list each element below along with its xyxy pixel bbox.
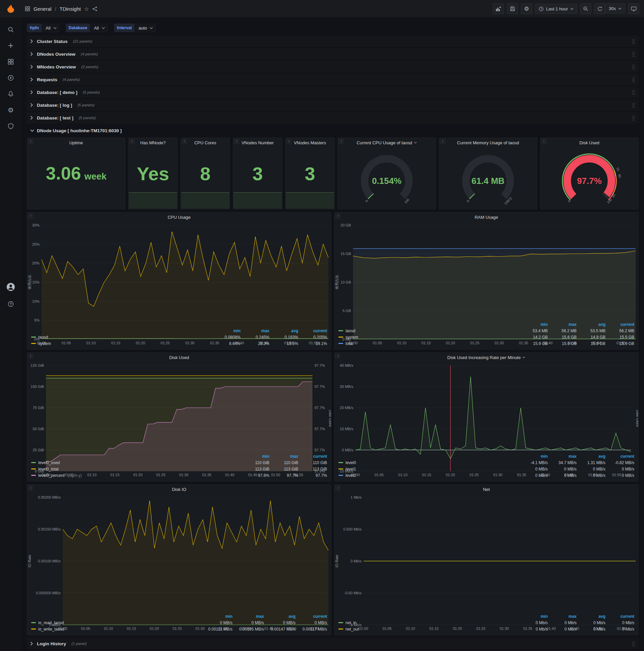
legend-series-toggle[interactable]: system [31, 341, 212, 346]
net-chart[interactable]: -1 Mb/s-0.50 Mb/s0 Mb/s0.500 Mb/s1 Mb/s0… [334, 494, 638, 612]
row-dnode-usage[interactable]: DNode Usage [ huolinhe-TM1701:6030 ] [27, 125, 639, 136]
legend-value: 110 GiB [269, 460, 298, 465]
legend-value: 0.00195 MB/s [232, 627, 264, 631]
create-plus-icon[interactable] [7, 42, 14, 49]
legend-series-toggle[interactable]: total [339, 341, 519, 346]
panel-info-icon[interactable]: i [335, 213, 341, 218]
time-range-picker[interactable]: Last 1 hour [535, 4, 577, 14]
legend-value: 0 Mb/s [548, 627, 577, 631]
legend-series-toggle[interactable]: taosd [339, 329, 519, 333]
legend-series-toggle[interactable]: level0_total [31, 467, 240, 471]
row-requests[interactable]: Requests(4 panels) ⣿ [27, 74, 639, 85]
row-database-log[interactable]: Database: [ log ](5 panels) ⣿ [27, 99, 639, 111]
share-icon[interactable] [92, 6, 97, 11]
star-icon[interactable]: ☆ [84, 6, 89, 12]
svg-text:15 GB: 15 GB [341, 252, 351, 256]
panel-info-icon[interactable]: i [234, 139, 239, 144]
variable-database-value[interactable]: All [91, 24, 108, 33]
legend-value: 97.6% [240, 473, 269, 478]
grafana-logo-icon[interactable] [5, 3, 17, 15]
legend-series-toggle[interactable]: level1 [339, 467, 519, 471]
series-color-swatch [339, 337, 343, 338]
drag-handle-icon[interactable]: ⣿ [632, 51, 635, 57]
row-mnodes-overview[interactable]: MNodes Overview(2 panels) ⣿ [27, 61, 639, 72]
legend-series-row: io_read_taosd0 MB/s0 MB/s0 MB/s0 MB/s [31, 619, 327, 626]
variable-fqdn-value[interactable]: All [42, 24, 59, 33]
stat-sparkline [129, 192, 177, 209]
drag-handle-icon[interactable]: ⣿ [632, 90, 635, 95]
svg-text:5%: 5% [34, 318, 40, 322]
cycle-view-mode-button[interactable] [628, 3, 639, 14]
row-login-history[interactable]: Login History(1 panel) ⣿ [27, 638, 639, 649]
panel-info-icon[interactable]: i [129, 139, 134, 144]
drag-handle-icon[interactable]: ⣿ [632, 39, 635, 44]
panel-info-icon[interactable]: i [28, 139, 33, 144]
add-panel-button[interactable] [493, 3, 504, 14]
legend-series-row: level0_total113 GiB113 GiB113 GiB [31, 466, 327, 472]
row-dnodes-overview[interactable]: DNodes Overview(4 panels) ⣿ [27, 48, 639, 60]
search-icon[interactable] [7, 26, 14, 33]
panel-info-icon[interactable]: i [339, 139, 344, 144]
variable-interval-value[interactable]: auto [135, 24, 156, 33]
disk-used-chart[interactable]: 0 GiB25 GiB50 GiB75 GiB100 GiB125 GiB97.… [27, 362, 331, 452]
panel-title-menu[interactable]: Current CPU Usage of taosd [338, 138, 436, 147]
configuration-gear-icon[interactable]: ⚙ [8, 107, 14, 114]
disk-io-chart[interactable]: 0 MB/s0.000500 MB/s0.00100 MB/s0.00150 M… [27, 494, 331, 612]
legend-value: 15.6 GB [548, 335, 577, 340]
dashboard-settings-button[interactable]: ⚙ [521, 3, 532, 14]
panel-info-icon[interactable]: i [335, 354, 341, 359]
row-database-demo[interactable]: Database: [ demo ](5 panels) ⣿ [27, 87, 639, 98]
panel-info-icon[interactable]: i [286, 139, 291, 144]
legend-header: minmaxavgcurrent [31, 613, 327, 619]
panel-info-icon[interactable]: i [541, 139, 546, 144]
panel-info-icon[interactable]: i [28, 486, 33, 491]
cpu-usage-chart[interactable]: 0%5%10%15%20%25%30%01:0001:0501:1001:150… [27, 222, 331, 327]
save-dashboard-button[interactable] [507, 3, 518, 14]
ram-usage-chart[interactable]: 0 MB5 GB10 GB15 GB20 GB01:0001:0501:1001… [334, 222, 638, 320]
panel-info-icon[interactable]: i [28, 354, 33, 359]
panel-disk-rate-chart: i Disk Used Increasing Rate per Minute -… [334, 352, 639, 482]
legend-series-toggle[interactable]: level0_percent (right-y) [31, 473, 240, 478]
server-admin-shield-icon[interactable] [7, 123, 14, 129]
legend-value: 0 Mb/s [519, 620, 548, 625]
cpu-usage-gauge: 01000.154% [338, 147, 436, 209]
legend-series-toggle[interactable]: taosd [31, 335, 212, 340]
legend-series-toggle[interactable]: level0_used [31, 460, 240, 465]
svg-text:40 MB/s: 40 MB/s [340, 364, 354, 367]
series-color-swatch [339, 462, 343, 463]
clock-icon [539, 6, 544, 11]
drag-handle-icon[interactable]: ⣿ [632, 77, 635, 82]
refresh-button[interactable] [594, 3, 605, 14]
panel-info-icon[interactable]: i [28, 213, 33, 218]
alerting-bell-icon[interactable] [7, 91, 14, 97]
breadcrumb-title[interactable]: TDinsight [60, 6, 81, 12]
user-avatar[interactable] [6, 283, 15, 291]
panel-info-icon[interactable]: i [335, 486, 341, 491]
legend-series-toggle[interactable]: net_out [339, 627, 519, 631]
legend-series-toggle[interactable]: io_read_taosd [31, 620, 201, 625]
legend-series-toggle[interactable]: level0 [339, 460, 519, 465]
zoom-out-time-button[interactable] [580, 3, 591, 14]
panel-info-icon[interactable]: i [440, 139, 445, 144]
top-bar-controls: ⚙ Last 1 hour 30s [493, 3, 639, 14]
legend-series-toggle[interactable]: io_write_taosd [31, 627, 201, 631]
panel-info-icon[interactable]: i [182, 139, 187, 144]
legend-series-toggle[interactable]: net_in [339, 620, 519, 625]
dashboards-icon[interactable] [7, 58, 14, 65]
panel-title-menu[interactable]: Disk Used Increasing Rate per Minute [334, 353, 638, 362]
row-database-test[interactable]: Database: [ test ](5 panels) ⣿ [27, 112, 639, 123]
legend-value: 19.1% [298, 341, 327, 346]
row-cluster-status[interactable]: Cluster Status(21 panels) ⣿ [27, 36, 639, 47]
breadcrumb-section[interactable]: General [34, 6, 51, 12]
svg-text:20 MB/s: 20 MB/s [340, 406, 354, 410]
legend-series-toggle[interactable]: system [339, 335, 519, 340]
legend-series-toggle[interactable]: level2 [339, 473, 519, 478]
drag-handle-icon[interactable]: ⣿ [632, 641, 635, 646]
drag-handle-icon[interactable]: ⣿ [632, 102, 635, 108]
refresh-interval-picker[interactable]: 30s [605, 3, 625, 13]
disk-rate-chart[interactable]: -10 MB/s0 MB/s10 MB/s20 MB/s30 MB/s40 MB… [334, 362, 638, 452]
drag-handle-icon[interactable]: ⣿ [632, 64, 635, 69]
explore-compass-icon[interactable] [7, 74, 14, 81]
drag-handle-icon[interactable]: ⣿ [632, 115, 635, 121]
help-icon[interactable]: ? [7, 301, 14, 307]
